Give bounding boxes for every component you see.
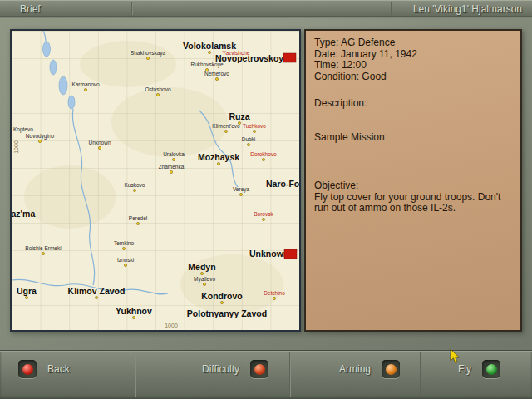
map-town-dot bbox=[217, 162, 219, 165]
map-town-label: Medyn bbox=[188, 262, 215, 272]
brief-date-line: Date: January 11, 1942 bbox=[314, 49, 514, 61]
map-town-dot bbox=[98, 146, 101, 149]
top-bar-seam bbox=[131, 2, 133, 15]
brief-objective-label: Objective: bbox=[314, 180, 514, 192]
map-grid bbox=[12, 31, 299, 330]
arming-button[interactable]: Arming bbox=[339, 360, 400, 378]
map-town-label: Bolshie Ermeki bbox=[25, 245, 61, 251]
map-town-label: Novodygino bbox=[26, 133, 55, 140]
map-town-dot bbox=[172, 158, 175, 160]
brief-type-line: Type: AG Defence bbox=[314, 37, 514, 49]
map-town-label: Yazvishche bbox=[223, 50, 250, 56]
map-town-label: Vyaz'ma bbox=[12, 209, 35, 219]
map-town-dot bbox=[146, 57, 149, 59]
map-town-label: Shakhovskaya bbox=[131, 50, 166, 57]
map-town-label: Polotnyanyy Zavod bbox=[187, 308, 267, 318]
map-town-label: Detchino bbox=[264, 290, 285, 296]
map-town-label: Karmanovo bbox=[71, 81, 100, 87]
map-town-dot bbox=[95, 296, 97, 298]
difficulty-button[interactable]: Difficulty bbox=[202, 360, 268, 378]
map-town-dot bbox=[122, 247, 125, 249]
map-town-label: Uralovka bbox=[163, 151, 185, 157]
map-town-label: Rukhovskoye bbox=[190, 62, 223, 68]
map-town-label: Ugra bbox=[17, 286, 37, 296]
map-town-label: Unknown bbox=[249, 249, 288, 259]
map-town-label: Dubki bbox=[242, 136, 256, 142]
arming-button-label[interactable]: Arming bbox=[339, 363, 371, 375]
map-town-label: Borovsk bbox=[254, 211, 273, 217]
map-town-dot bbox=[38, 140, 41, 142]
map-town-dot bbox=[262, 158, 264, 160]
map-town-dot bbox=[42, 252, 44, 254]
map-town-dot bbox=[220, 301, 223, 303]
map-town-dot bbox=[200, 272, 203, 274]
map-town-label: Ruza bbox=[229, 111, 249, 121]
map-town-dot bbox=[132, 316, 135, 318]
fly-button[interactable]: Fly bbox=[458, 360, 500, 378]
map-town-label: Nemerovo bbox=[204, 71, 229, 76]
map-town-label: Yukhnov bbox=[116, 306, 152, 316]
map-town-label: Naro-Fominsk bbox=[266, 179, 299, 189]
map-town-dot bbox=[124, 264, 126, 266]
map-red-marker bbox=[283, 53, 296, 62]
back-knob-icon[interactable] bbox=[18, 360, 37, 378]
map-town-label: Klimov Zavod bbox=[68, 286, 126, 296]
map-town-label: Tuchkovo bbox=[243, 123, 266, 129]
bottom-bar-seam bbox=[289, 352, 291, 397]
map-town-dot bbox=[215, 77, 218, 80]
map-town-label: Peredel bbox=[129, 215, 148, 221]
fly-knob-icon[interactable] bbox=[482, 360, 500, 378]
bottom-bar-seam bbox=[135, 352, 136, 397]
difficulty-knob-icon[interactable] bbox=[250, 360, 268, 378]
map-town-dot bbox=[133, 189, 135, 191]
map-town-dot bbox=[203, 283, 205, 285]
mouse-cursor bbox=[450, 349, 461, 365]
map-town-dot bbox=[170, 170, 172, 173]
map-town-dot bbox=[156, 93, 159, 96]
fly-button-label[interactable]: Fly bbox=[458, 363, 471, 375]
map-town-dot bbox=[262, 218, 264, 220]
mission-map-panel[interactable]: VolokolamskNovopetrovskoyeRuzaMozhayskNa… bbox=[10, 29, 301, 332]
back-button-label[interactable]: Back bbox=[47, 363, 70, 375]
map-town-dot bbox=[273, 297, 275, 299]
back-button[interactable]: Back bbox=[18, 360, 70, 378]
map-town-dot bbox=[247, 143, 249, 145]
pilot-name: Len 'Viking1' Hjalmarson bbox=[413, 3, 522, 15]
map-town-dot bbox=[84, 88, 86, 91]
map-town-label: 1000 bbox=[165, 323, 178, 328]
map-town-dot bbox=[136, 222, 139, 224]
arming-knob-icon[interactable] bbox=[382, 360, 400, 378]
map-town-label: Mozhaysk bbox=[198, 152, 239, 162]
map-town-dot bbox=[253, 130, 255, 132]
map-town-label: Myatlevo bbox=[194, 276, 215, 283]
map-town-label: Kondrovo bbox=[201, 291, 243, 301]
map-town-label: Koptevo bbox=[13, 126, 33, 133]
map-town-dot bbox=[239, 193, 242, 195]
brief-time-line: Time: 12:00 bbox=[314, 60, 514, 71]
map-town-label: Znamenka bbox=[159, 164, 185, 170]
map-red-marker bbox=[284, 249, 297, 259]
difficulty-button-label[interactable]: Difficulty bbox=[202, 363, 239, 375]
map-town-label: Temkino bbox=[114, 240, 135, 246]
map-town-dot bbox=[25, 296, 27, 298]
map-town-label: Ostashovo bbox=[145, 86, 170, 92]
map-svg: VolokolamskNovopetrovskoyeRuzaMozhayskNa… bbox=[12, 31, 299, 330]
map-town-label: Vereya bbox=[233, 186, 250, 193]
map-town-dot bbox=[224, 130, 227, 132]
top-bar: Brief Len 'Viking1' Hjalmarson bbox=[0, 0, 532, 17]
top-bar-seam bbox=[391, 2, 392, 15]
brief-condition-line: Condition: Good bbox=[314, 71, 514, 83]
map-town-label: Kuskovo bbox=[125, 182, 145, 188]
map-town-label: Iznoski bbox=[117, 257, 134, 263]
map-town-label: Unknown bbox=[88, 140, 111, 145]
brief-description-text: Sample Mission bbox=[314, 132, 514, 144]
screen-title: Brief bbox=[20, 3, 41, 15]
brief-description-label: Description: bbox=[314, 98, 514, 110]
map-town-label: Dorokhovo bbox=[250, 151, 277, 157]
brief-objective-text: Fly top cover for your ground troops. Do… bbox=[314, 192, 514, 214]
bottom-bar-seam bbox=[420, 352, 421, 397]
map-town-label: 1000 bbox=[13, 140, 19, 154]
briefing-panel: Type: AG Defence Date: January 11, 1942 … bbox=[304, 29, 522, 332]
map-town-label: Kliment'evo bbox=[212, 123, 240, 129]
map-town-dot bbox=[208, 51, 210, 53]
